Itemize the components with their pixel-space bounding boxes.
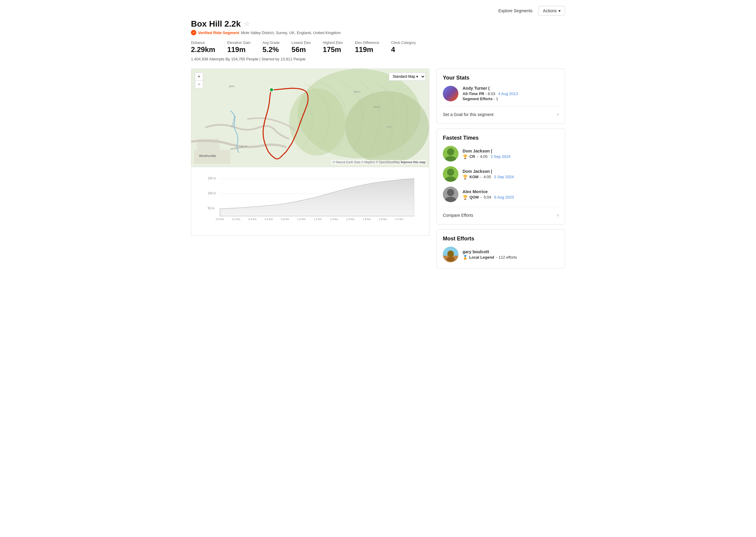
- set-goal-row[interactable]: Set a Goal for this segment ›: [443, 106, 559, 117]
- stat-highest-elev: Highest Elev 175m: [323, 41, 343, 54]
- svg-text:0.2 km: 0.2 km: [232, 218, 240, 221]
- fastest-avatar-qom: [443, 186, 458, 202]
- badge-row-kom: 🏆 KOM - 4:05 3 Sep 2024: [463, 175, 514, 180]
- stat-elev-diff: Elev Difference 119m: [355, 41, 379, 54]
- fastest-name-qom: Alex Morrice: [463, 189, 514, 194]
- legend-text: Local Legend: [469, 255, 494, 260]
- compare-efforts-row[interactable]: Compare Efforts ›: [443, 207, 559, 218]
- svg-point-46: [446, 257, 455, 262]
- badge-row-cr: 🏆 CR - 4:05 3 Sep 2024: [463, 154, 510, 159]
- verified-icon: ✓: [191, 30, 196, 35]
- verified-badge: ✓ Verified Ride Segment Mole Valley Dist…: [191, 30, 565, 35]
- attribution-text: © Natural Earth Data © Mapbox © OpenStre…: [333, 161, 401, 164]
- actions-button[interactable]: Actions ▾: [539, 6, 565, 16]
- fastest-info-kom: Dom Jackson | 🏆 KOM - 4:05 3 Sep 2024: [463, 169, 514, 180]
- pr-label: All-Time PR: [463, 92, 484, 96]
- svg-text:0.8 km: 0.8 km: [281, 218, 289, 221]
- svg-text:50 m: 50 m: [208, 207, 214, 210]
- svg-rect-6: [197, 139, 219, 150]
- svg-text:1.8 km: 1.8 km: [362, 218, 370, 221]
- page-title: Box Hill 2.2k: [191, 19, 241, 29]
- crown-icon-kom: 🏆: [463, 175, 468, 180]
- fastest-item-kom: Dom Jackson | 🏆 KOM - 4:05 3 Sep 2024: [443, 166, 559, 182]
- fastest-name-kom: Dom Jackson |: [463, 169, 514, 174]
- svg-text:150 m: 150 m: [208, 177, 216, 180]
- fastest-avatar-cr: [443, 146, 458, 161]
- right-column: Your Stats Andy Turner ( All-Time PR - 8…: [436, 68, 565, 273]
- stats-user: Andy Turner ( All-Time PR - 8:03 4 Aug 2…: [443, 86, 559, 102]
- explore-segments-link[interactable]: Explore Segments: [498, 8, 533, 13]
- efforts-line: Segment Efforts - 1: [463, 97, 518, 101]
- map-type-select[interactable]: Standard Map ▾ Satellite Terrain: [389, 72, 426, 81]
- svg-text:100 m: 100 m: [208, 192, 216, 195]
- zoom-out-button[interactable]: −: [195, 80, 203, 88]
- your-stats-card: Your Stats Andy Turner ( All-Time PR - 8…: [436, 68, 565, 124]
- elevation-chart: 150 m 100 m 50 m: [191, 167, 430, 236]
- svg-text:1.4 km: 1.4 km: [330, 218, 338, 221]
- goal-text: Set a Goal for this segment: [443, 112, 494, 117]
- improve-map-link[interactable]: Improve this map: [401, 161, 426, 164]
- badge-separator-kom: -: [480, 175, 482, 180]
- svg-point-38: [447, 169, 454, 176]
- svg-text:1.0 km: 1.0 km: [297, 218, 305, 221]
- map-svg: River Mole Westhumble Westhumble Westhum…: [191, 69, 429, 167]
- crown-icon-qom: 🏆: [463, 195, 468, 200]
- svg-text:2.0 km: 2.0 km: [379, 218, 387, 221]
- badge-label-cr: CR: [470, 154, 475, 159]
- badge-date-qom: 6 Aug 2023: [494, 195, 514, 199]
- svg-text:1.6 km: 1.6 km: [346, 218, 355, 221]
- badge-label-qom: QOM: [470, 195, 479, 199]
- verified-label: Verified Ride Segment: [198, 30, 239, 35]
- badge-date-kom: 3 Sep 2024: [494, 175, 514, 179]
- actions-label: Actions: [543, 8, 557, 13]
- crown-icon-cr: 🏆: [463, 154, 468, 159]
- svg-text:190 m: 190 m: [354, 90, 360, 93]
- map-zoom-controls: + −: [195, 72, 203, 89]
- stat-avg-grade: Avg Grade 5.2%: [262, 41, 280, 54]
- fastest-info-qom: Alex Morrice 🏆 QOM - 5:04 6 Aug 2023: [463, 189, 514, 200]
- svg-text:1 m: 1 m: [387, 125, 392, 128]
- compare-text: Compare Efforts: [443, 213, 473, 218]
- most-efforts-title: Most Efforts: [443, 236, 559, 242]
- segment-location: Mole Valley District, Surrey, UK, Englan…: [241, 30, 341, 35]
- badge-label-kom: KOM: [470, 175, 478, 179]
- star-icon[interactable]: ☆: [244, 20, 250, 28]
- svg-text:2.2 km: 2.2 km: [395, 218, 403, 221]
- zoom-in-button[interactable]: +: [195, 73, 203, 80]
- user-avatar: [443, 86, 458, 102]
- legend-icon: 🏅: [463, 255, 468, 260]
- most-efforts-info: gary boulcott 🏅 Local Legend - 112 effor…: [463, 249, 517, 260]
- svg-point-3: [289, 89, 345, 156]
- legend-separator: -: [496, 255, 497, 260]
- badge-row-qom: 🏆 QOM - 5:04 6 Aug 2023: [463, 195, 514, 200]
- most-efforts-name: gary boulcott: [463, 249, 517, 254]
- most-efforts-avatar: [443, 247, 458, 262]
- svg-text:1.2 km: 1.2 km: [314, 218, 322, 221]
- user-name: Andy Turner (: [463, 86, 518, 91]
- stats-row: Distance 2.29km Elevation Gain 119m Avg …: [191, 41, 565, 54]
- stat-lowest-elev: Lowest Elev 56m: [292, 41, 311, 54]
- badge-separator-cr: -: [477, 154, 478, 159]
- stat-distance: Distance 2.29km: [191, 41, 215, 54]
- compare-chevron-icon: ›: [557, 212, 559, 218]
- badge-time-cr: 4:05: [480, 154, 487, 159]
- user-info: Andy Turner ( All-Time PR - 8:03 4 Aug 2…: [463, 86, 518, 101]
- legend-badge: 🏅 Local Legend - 112 efforts: [463, 255, 517, 260]
- efforts-count: 1: [496, 97, 498, 101]
- legend-efforts: 112 efforts: [498, 255, 517, 260]
- stat-climb-cat: Climb Category 4: [391, 41, 416, 54]
- badge-date-cr: 3 Sep 2024: [491, 154, 511, 159]
- svg-text:0.0 km: 0.0 km: [216, 218, 224, 221]
- svg-point-11: [270, 88, 273, 92]
- chevron-down-icon: ▾: [558, 8, 561, 13]
- svg-point-35: [447, 148, 454, 155]
- pr-time: 8:03: [488, 92, 495, 96]
- badge-separator-qom: -: [480, 195, 482, 200]
- fastest-item-cr: Dom Jackson | 🏆 CR - 4:05 3 Sep 2024: [443, 146, 559, 161]
- efforts-label: Segment Efforts: [463, 97, 492, 101]
- svg-point-45: [447, 251, 454, 257]
- pr-date: 4 Aug 2013: [498, 92, 518, 96]
- svg-text:0.4 km: 0.4 km: [248, 218, 256, 221]
- left-column: + − Standard Map ▾ Satellite Terrain: [191, 68, 430, 273]
- pr-line: All-Time PR - 8:03 4 Aug 2013: [463, 92, 518, 96]
